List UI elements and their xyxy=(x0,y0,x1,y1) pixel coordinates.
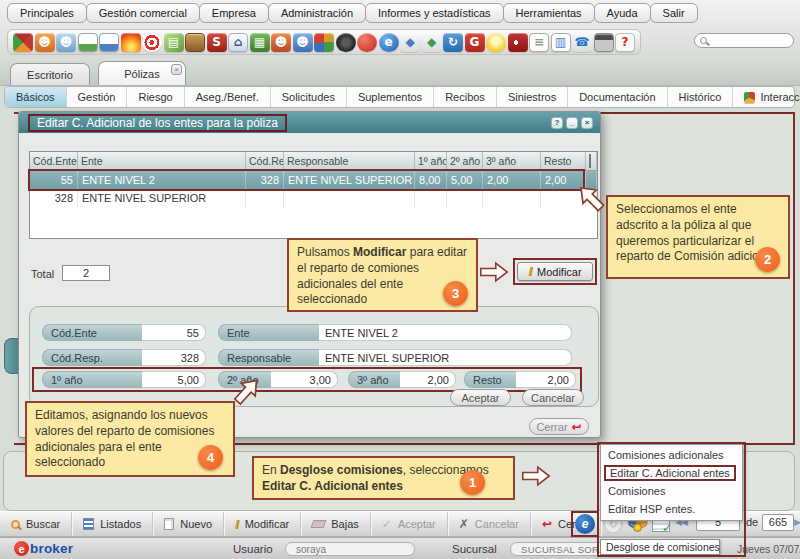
minimize-icon[interactable]: _ xyxy=(566,117,578,129)
home-icon[interactable]: ⌂ xyxy=(228,33,248,52)
cod-ente-value[interactable]: 55 xyxy=(142,324,206,341)
resto-value[interactable]: 2,00 xyxy=(516,371,576,388)
subtab-riesgo[interactable]: Riesgo xyxy=(127,87,184,107)
toolbar-cancelar[interactable]: Cancelar xyxy=(448,512,531,536)
subtab-recibos[interactable]: Recibos xyxy=(434,87,497,107)
col-cod-resp[interactable]: Cód.Resp xyxy=(246,152,284,170)
diamond-blue-icon[interactable]: ◆ xyxy=(400,33,420,52)
table-row-selected[interactable]: 55 ENTE NIVEL 2 328 ENTE NIVEL SUPERIOR … xyxy=(30,171,597,189)
callout-text: Seleccionamos el ente adscrito a la póli… xyxy=(616,202,775,263)
ano3-label: 3º año xyxy=(348,371,400,388)
col-ano3[interactable]: 3º año xyxy=(483,152,541,170)
toolbar-buscar[interactable]: Buscar xyxy=(0,512,72,536)
subtab-solicitudes[interactable]: Solicitudes xyxy=(271,87,347,107)
report-icon[interactable]: ▥ xyxy=(551,33,571,52)
close-icon[interactable]: × xyxy=(581,117,593,129)
subtab-basicos[interactable]: Básicos xyxy=(5,87,67,107)
col-responsable[interactable]: Responsable xyxy=(284,152,415,170)
edit-form-panel: Cód.Ente 55 Ente ENTE NIVEL 2 Cód.Resp. … xyxy=(29,306,599,407)
table-row[interactable]: 328 ENTE NIVEL SUPERIOR xyxy=(30,189,597,207)
flame-icon[interactable] xyxy=(121,33,141,52)
phone-icon[interactable]: ☎ xyxy=(572,33,592,52)
sync-icon[interactable]: ↻ xyxy=(443,33,463,52)
ente-value[interactable]: ENTE NIVEL 2 xyxy=(319,324,572,341)
ano3-value[interactable]: 2,00 xyxy=(400,371,456,388)
clock-icon[interactable] xyxy=(336,33,356,52)
col-ente[interactable]: Ente xyxy=(78,152,246,170)
subtab-suplementos[interactable]: Suplementos xyxy=(347,87,434,107)
ano1-value[interactable]: 5,00 xyxy=(142,371,206,388)
menu-herramientas[interactable]: Herramientas xyxy=(503,3,595,23)
help-icon[interactable]: ? xyxy=(551,117,563,129)
menuitem-comisiones-adicionales[interactable]: Comisiones adicionales xyxy=(601,446,742,464)
menu-informes[interactable]: Informes y estadísticas xyxy=(365,3,504,23)
idea-bulb-icon[interactable] xyxy=(486,33,506,52)
toolbar-nuevo[interactable]: Nuevo xyxy=(153,512,224,536)
cerrar-label: Cerrar xyxy=(536,421,567,433)
subtab-historico[interactable]: Histórico xyxy=(668,87,734,107)
google-icon[interactable]: G xyxy=(465,33,485,52)
collaborator-icon[interactable]: ☻ xyxy=(293,33,313,52)
menu-administracion[interactable]: Administración xyxy=(268,3,366,23)
campaign-icon[interactable] xyxy=(357,33,377,52)
select-all-checkbox[interactable] xyxy=(586,152,597,170)
window-blue-icon[interactable] xyxy=(99,33,119,52)
cancelar-button[interactable]: Cancelar xyxy=(522,389,584,406)
agent-icon[interactable]: ☻ xyxy=(271,33,291,52)
menuitem-editar-c-adicional-entes[interactable]: Editar C. Adicional entes xyxy=(601,464,742,482)
aceptar-button[interactable]: Aceptar xyxy=(450,389,511,406)
help-icon[interactable]: ? xyxy=(615,33,635,52)
printer-icon[interactable] xyxy=(594,33,614,52)
binder-icon[interactable] xyxy=(508,33,528,52)
ano2-value[interactable]: 3,00 xyxy=(271,371,338,388)
toolbar-modificar[interactable]: Modificar xyxy=(224,512,301,536)
insurer-bag-icon[interactable]: S xyxy=(207,33,227,52)
menu-gestion-comercial[interactable]: Gestión comercial xyxy=(86,3,200,23)
modificar-button[interactable]: Modificar xyxy=(517,262,593,281)
target-icon[interactable] xyxy=(142,33,162,52)
menuitem-comisiones[interactable]: Comisiones xyxy=(601,482,742,500)
ledger-icon[interactable]: ▤ xyxy=(164,33,184,52)
diamond-green-icon[interactable]: ◆ xyxy=(422,33,442,52)
client-blue-icon[interactable]: ☻ xyxy=(56,33,76,52)
toolbar-aceptar[interactable]: Aceptar xyxy=(371,512,448,536)
company-building-icon[interactable]: ▦ xyxy=(250,33,270,52)
cod-resp-value[interactable]: 328 xyxy=(142,349,206,366)
side-tab-handle[interactable] xyxy=(4,338,18,374)
tab-polizas[interactable]: Pólizas × xyxy=(98,61,186,85)
col-cod-ente[interactable]: Cód.Ente xyxy=(30,152,78,170)
desglose-comisiones-button[interactable]: e xyxy=(575,514,595,534)
subtab-siniestros[interactable]: Siniestros xyxy=(497,87,568,107)
callout-step3: Pulsamos Modificar para editar el repart… xyxy=(287,238,478,312)
subtab-gestion[interactable]: Gestión xyxy=(67,87,128,107)
close-icon[interactable]: × xyxy=(171,64,182,75)
responsable-value[interactable]: ENTE NIVEL SUPERIOR xyxy=(319,349,572,366)
menu-salir[interactable]: Salir xyxy=(650,3,698,23)
toolbar-bajas[interactable]: Bajas xyxy=(301,512,371,536)
search-input[interactable] xyxy=(694,33,794,48)
menu-ayuda[interactable]: Ayuda xyxy=(594,3,651,23)
col-resto[interactable]: Resto xyxy=(541,152,586,170)
briefcase-icon[interactable] xyxy=(185,33,205,52)
client-orange-icon[interactable]: ☻ xyxy=(35,33,55,52)
cards-icon[interactable] xyxy=(314,33,334,52)
window-green-icon[interactable] xyxy=(78,33,98,52)
page-total-input[interactable]: 665 xyxy=(762,514,794,531)
toolbar-listados[interactable]: Listados xyxy=(72,512,153,536)
page-next-icon[interactable] xyxy=(794,517,800,527)
col-ano2[interactable]: 2º año xyxy=(447,152,483,170)
menu-principales[interactable]: Principales xyxy=(7,3,87,23)
subtab-interacciones[interactable]: Interacciones xyxy=(733,87,800,107)
col-ano1[interactable]: 1º año xyxy=(415,152,447,170)
tab-escritorio[interactable]: Escritorio xyxy=(10,63,90,85)
apps-cube-icon[interactable] xyxy=(13,33,33,52)
notes-icon[interactable]: ≡ xyxy=(529,33,549,52)
subtab-documentacion[interactable]: Documentación xyxy=(568,87,667,107)
close-arrow-icon xyxy=(572,420,582,434)
cerrar-button[interactable]: Cerrar xyxy=(529,418,589,435)
euro-icon[interactable]: e xyxy=(379,33,399,52)
menuitem-editar-hsp-entes[interactable]: Editar HSP entes. xyxy=(601,500,742,518)
dialog-titlebar[interactable]: Editar C. Adicional de los entes para la… xyxy=(19,112,600,133)
menu-empresa[interactable]: Empresa xyxy=(199,3,269,23)
subtab-aseg-benef[interactable]: Aseg./Benef. xyxy=(185,87,271,107)
